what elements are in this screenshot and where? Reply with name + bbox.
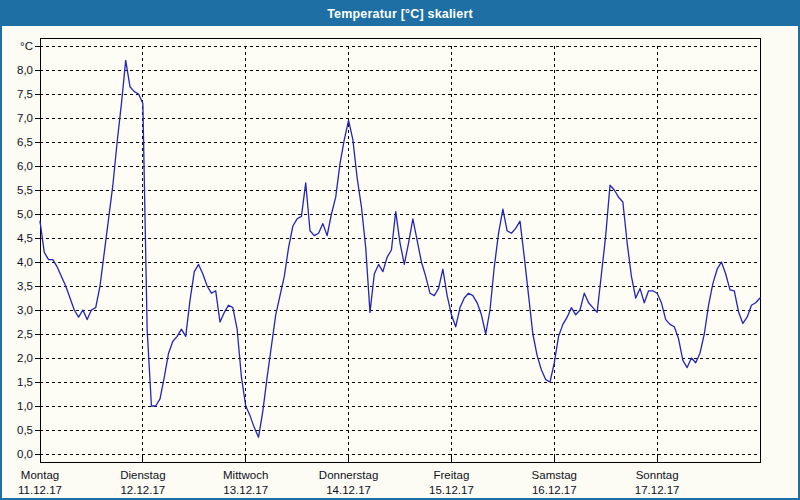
svg-text:6,0: 6,0 (17, 160, 33, 172)
chart-window: Temperatur [°C] skaliert 8,07,57,06,56,0… (0, 0, 800, 500)
svg-text:14.12.17: 14.12.17 (326, 484, 371, 496)
svg-text:1,0: 1,0 (17, 400, 33, 412)
svg-text:2,0: 2,0 (17, 352, 33, 364)
svg-text:17.12.17: 17.12.17 (635, 484, 680, 496)
svg-text:2,5: 2,5 (17, 328, 33, 340)
svg-text:0,5: 0,5 (17, 424, 33, 436)
svg-text:8,0: 8,0 (17, 64, 33, 76)
svg-text:Freitag: Freitag (434, 469, 470, 481)
svg-text:Dienstag: Dienstag (120, 469, 165, 481)
window-title-bar: Temperatur [°C] skaliert (2, 2, 798, 26)
svg-text:13.12.17: 13.12.17 (223, 484, 268, 496)
svg-text:3,0: 3,0 (17, 304, 33, 316)
svg-text:5,5: 5,5 (17, 184, 33, 196)
svg-text:5,0: 5,0 (17, 208, 33, 220)
svg-text:Montag: Montag (21, 469, 59, 481)
svg-text:11.12.17: 11.12.17 (18, 484, 62, 496)
svg-text:1,5: 1,5 (17, 376, 33, 388)
svg-text:Samstag: Samstag (532, 469, 577, 481)
svg-text:7,5: 7,5 (17, 88, 33, 100)
svg-text:6,5: 6,5 (17, 136, 33, 148)
svg-text:Mittwoch: Mittwoch (223, 469, 268, 481)
svg-text:3,5: 3,5 (17, 280, 33, 292)
svg-text:4,0: 4,0 (17, 256, 33, 268)
svg-text:Sonntag: Sonntag (636, 469, 679, 481)
svg-text:16.12.17: 16.12.17 (532, 484, 577, 496)
svg-text:15.12.17: 15.12.17 (429, 484, 474, 496)
temperature-line-chart: 8,07,57,06,56,05,55,04,54,03,53,02,52,01… (2, 2, 798, 498)
svg-text:0,0: 0,0 (17, 448, 33, 460)
svg-text:12.12.17: 12.12.17 (120, 484, 165, 496)
svg-text:4,5: 4,5 (17, 232, 33, 244)
svg-text:Donnerstag: Donnerstag (319, 469, 378, 481)
window-title-text: Temperatur [°C] skaliert (327, 7, 473, 21)
svg-text:°C: °C (20, 40, 33, 52)
svg-text:7,0: 7,0 (17, 112, 33, 124)
